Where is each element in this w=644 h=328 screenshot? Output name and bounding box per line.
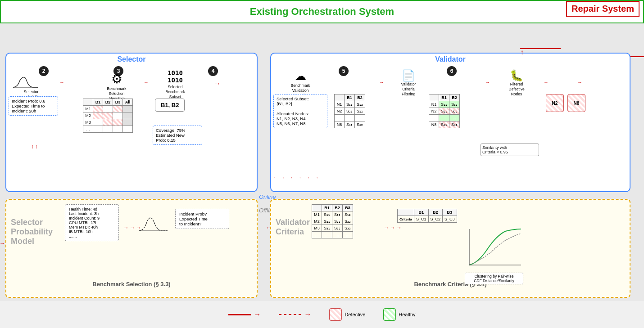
legend-defective-icon [329,308,342,321]
arrow-filter-defect: → [544,80,549,85]
repair-arrow-corner: ↑ [520,48,524,56]
arrow-algo-subset: → [144,80,149,85]
col-b3: B3 [113,99,123,106]
cdf-curves-area: Clustering by Pair-wiseCDF Distance/Simi… [465,227,523,284]
allocated-nodes-inner: Allocated Nodes:N1, N2, N3, N4N5, N6, N7… [277,111,324,126]
legend-defective-label: Defective [345,312,365,317]
offline-selection-box: Benchmark Selection (§ 3.3) SelectorProb… [5,199,258,298]
orchestration-banner: Existing Orchestration System [0,0,644,23]
main-area: 8 Allocated Nodes: N1~N8 6 Healthy Nodes… [0,23,644,301]
subset-value-box: B1, B2 [155,99,185,112]
arrow-defect-out: → [577,80,582,85]
legend-healthy-label: Healthy [399,312,415,317]
coverage-text: Coverage: 75%Estimated NewProb: 0.15 [156,128,199,143]
feedback-to-offline: → [0,240,5,247]
question-box: Incident Prob?Expected Timeto Incident? [175,209,229,229]
repair-line-h [520,48,561,49]
criteria-row-table: B1 B2 B3 Criteria S_C1 S_C2 S_C3 [397,209,457,223]
cdf-curves-svg [465,227,523,272]
repair-system-label: Repair System [571,4,634,13]
filtered-table: B1 B2 N1 S₁₁ S₁₂ N2 S₂₁ S₂₂ ... ... ... [429,94,460,128]
repair-system-box: Repair System [566,1,639,17]
criteria-matrix-table: B1 B2 B3 M1 S₁₁ S₁₂ S₁₃ M2 S₂₁ S₂₂ S₂₃ [312,204,353,238]
criteria-section-label: Benchmark Criteria (§ 3.4) [271,281,630,288]
last-incident: Last Incident: 3h [69,211,115,216]
mem-mtbi: Mem MTBI: 40h [69,225,115,229]
row-dots: ... [83,126,93,133]
algo-table: B1 B2 B3 All M1 M2 [83,99,133,133]
legend-dashed-line [279,314,301,315]
document-icon: 📄 [388,69,429,82]
legend-healthy: Healthy [383,308,415,321]
probability-curve-icon [11,72,38,90]
col-b1: B1 [93,99,103,106]
bug-icon: 🐛 [496,69,537,82]
incident-count: Incident Count: 9 [69,216,115,220]
criteria-feedback-arrow: ← [266,225,271,231]
col-b2: B2 [103,99,113,106]
algo-table-area: B1 B2 B3 All M1 M2 [83,99,133,133]
criteria-filter-label: ValidatorCriteriaFiltering [388,82,429,97]
offline-criteria-box: Benchmark Criteria (§ 3.4) ValidatorCrit… [270,199,630,298]
arrow-step4-out: → [213,80,221,88]
subset-value: B1, B2 [161,102,179,108]
offline-prob-curve-area [137,211,173,234]
legend-dashed-arrow: → [279,310,311,319]
gpu-mtbi: GPU MTBI: 17h [69,220,115,225]
row-m1: M1 [83,106,93,112]
validator-criteria-offline: ValidatorCriteria [276,218,310,237]
cloud-icon: ☁ [280,69,321,83]
legend-solid-arrow-head: → [254,310,261,319]
criteria-filter-area: 📄 ValidatorCriteriaFiltering [388,69,429,97]
defective-node-n2: N2 [546,94,564,112]
selector-box: Selector 2 3 4 SelectorProbabilityModel … [5,53,258,192]
legend-area: → → Defective Healthy [0,301,644,328]
filtered-table-area: B1 B2 N1 S₁₁ S₁₂ N2 S₂₁ S₂₂ ... ... ... [429,94,460,128]
ib-mtbi: IB MTBI: 10h [69,229,115,234]
selector-prob-model-offline: SelectorProbabilityModel [11,218,53,246]
col-all: All [123,99,133,106]
legend-solid-line [228,314,251,315]
selector-title: Selector [6,55,257,63]
validator-title: Validator [271,55,630,63]
expected-time-text: Expected Time toIncident: 20h [12,103,55,113]
incident-prob-text: Incident Prob: 0.6 [12,99,55,103]
question-text: Incident Prob?Expected Timeto Incident? [179,211,225,226]
row-m3: M3 [83,119,93,126]
step-6-inner: 6 [447,66,457,76]
selected-subset-box: Selected Subset:{B1, B2} Allocated Nodes… [273,94,327,128]
binary-icon: 10101010 [155,69,195,84]
defective-nodes-area: N2 N8 [546,94,585,112]
validator-criteria-table: B1 B2 N1 S₁₁ S₁₂ N2 S₂₁ S₂₂ ... ... ... [334,94,365,128]
validator-box: Validator 5 6 ☁ BenchmarkValidationExecu… [270,53,630,192]
matrix-criteria-arrow: →→→ [384,225,403,231]
dots-health: ....... [69,234,115,238]
feedback-arrow: ↑ ↑ [31,144,38,150]
legend-dashed-arrow-head: → [304,310,311,319]
selected-subset-text: Selected Subset:{B1, B2} [277,96,324,106]
orchestration-title: Existing Orchestration System [250,6,394,18]
health-data-box: Health Time: 4d Last Incident: 3h Incide… [65,204,119,241]
feedback-dashed-arrows: ← ← ← ← ← ← [273,175,322,180]
arrow-val-crit: → [379,80,384,85]
benchmark-algo-area: ⚙ BenchmarkSelectionAlgorithm [96,72,137,101]
health-time: Health Time: 4d [69,207,115,211]
subset-label: SelectedBenchmarkSubset [155,85,195,99]
legend-solid-arrow: → [228,310,261,319]
defective-node-n8: N8 [567,94,585,112]
coverage-box: Coverage: 75%Estimated NewProb: 0.15 [153,126,202,145]
legend-healthy-icon [383,308,396,321]
step-4: 4 [208,66,218,76]
arrow-crit-filter: → [485,80,490,85]
row-m2: M2 [83,112,93,119]
validator-criteria-table-area: B1 B2 N1 S₁₁ S₁₂ N2 S₂₁ S₂₂ ... ... ... [334,94,365,128]
info-box-blue: Incident Prob: 0.6 Expected Time toIncid… [9,96,58,116]
gear-icon: ⚙ [96,72,137,86]
legend-defective: Defective [329,308,365,321]
arrow-sel-algo: → [59,80,64,85]
criteria-row-area: B1 B2 B3 Criteria S_C1 S_C2 S_C3 [397,209,457,223]
criteria-matrix-area: B1 B2 B3 M1 S₁₁ S₁₂ S₁₃ M2 S₂₁ S₂₂ S₂₃ [312,204,353,238]
selection-section-label: Benchmark Selection (§ 3.3) [6,281,257,288]
step-5-inner: 5 [339,66,349,76]
filtered-defective-label: FilteredDefectiveNodes [496,82,537,97]
